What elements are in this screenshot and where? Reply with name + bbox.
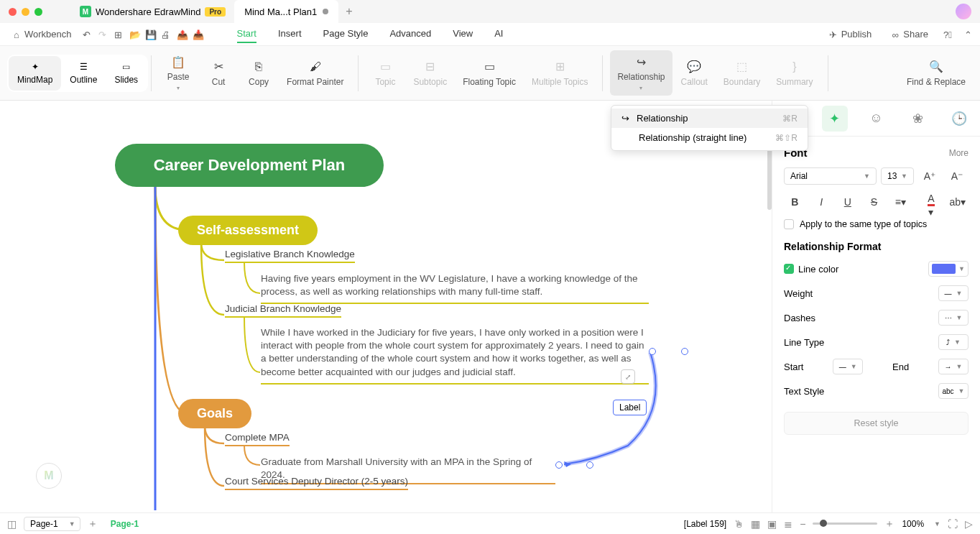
end-arrow-select[interactable]: → ▼ [938, 359, 969, 374]
tab-view[interactable]: View [453, 25, 473, 43]
grid-mode[interactable]: ▦ [751, 518, 760, 530]
fullscreen-button[interactable]: ⛶ [948, 518, 958, 530]
canvas[interactable]: Career Development Plan Self-assessment … [0, 101, 772, 512]
view-slides[interactable]: ▭Slides [106, 56, 147, 91]
workbench-button[interactable]: ⌂ Workbench [7, 27, 76, 41]
app-tab[interactable]: M Wondershare EdrawMind Pro [71, 0, 234, 23]
underline-button[interactable]: U [836, 192, 859, 212]
leaf-legislative[interactable]: Legislative Branch Knowledge [225, 249, 355, 263]
find-replace-button[interactable]: 🔍Find & Replace [900, 55, 973, 91]
zoom-slider[interactable] [813, 523, 877, 525]
leaf-mpa[interactable]: Complete MPA [225, 432, 290, 446]
relationship-label[interactable]: Label [613, 400, 647, 415]
callout-button[interactable]: 💬Callout [674, 50, 715, 96]
topic-button[interactable]: ▭Topic [366, 55, 405, 91]
dropdown-relationship-straight[interactable]: Relationship (straight line) ⌘⇧R [611, 128, 808, 147]
zoom-in[interactable]: ＋ [884, 517, 895, 530]
font-color-button[interactable]: A▾ [920, 192, 943, 212]
sidebar-toggle[interactable]: ◫ [7, 518, 17, 530]
zoom-out[interactable]: − [800, 518, 805, 530]
line-color-checkbox[interactable] [784, 264, 794, 274]
strike-button[interactable]: S [863, 192, 885, 212]
print-button[interactable]: 🖨 [161, 29, 171, 40]
layers-mode[interactable]: ≣ [784, 518, 792, 530]
topic-self-assessment[interactable]: Self-assessment [178, 216, 318, 245]
relationship-button[interactable]: ↪Relationship▾ [610, 50, 672, 96]
relationship-handle-start[interactable] [649, 348, 656, 355]
avatar[interactable] [956, 4, 971, 19]
fit-mode[interactable]: ▣ [767, 518, 777, 530]
font-increase[interactable]: A⁺ [918, 166, 941, 186]
weight-select[interactable]: — ▼ [938, 285, 969, 301]
line-type-select[interactable]: ⤴ ▼ [938, 334, 969, 350]
copy-button[interactable]: ⎘Copy [239, 50, 278, 96]
side-tab-history[interactable]: 🕒 [946, 106, 972, 132]
subtopic-button[interactable]: ⊟Subtopic [406, 55, 454, 91]
floating-topic-button[interactable]: ▭Floating Topic [456, 55, 523, 91]
page-select[interactable]: Page-1▼ [24, 517, 80, 531]
add-page-button[interactable]: ＋ [88, 517, 98, 530]
workspace[interactable]: Career Development Plan Self-assessment … [0, 101, 772, 512]
present-button[interactable]: ▷ [965, 518, 973, 530]
note-legislative[interactable]: Having five years employment in the WV L… [261, 272, 649, 304]
font-more[interactable]: More [949, 148, 969, 158]
view-mindmap[interactable]: ✦MindMap [9, 56, 61, 91]
tab-ai[interactable]: AI [494, 25, 503, 43]
boundary-button[interactable]: ⬚Boundary [716, 50, 767, 96]
font-family-select[interactable]: Arial▼ [784, 167, 877, 185]
minimize-window[interactable] [22, 8, 29, 16]
dashes-select[interactable]: ⋯ ▼ [938, 310, 969, 326]
text-case-button[interactable]: ab▾ [946, 192, 969, 212]
font-decrease[interactable]: A⁻ [946, 166, 969, 186]
side-tab-clipart[interactable]: ❀ [905, 106, 930, 132]
export-button[interactable]: 📤 [177, 29, 187, 40]
collapse-toggle[interactable]: ⤢ [621, 369, 635, 384]
help-button[interactable]: ?⃝ [943, 29, 953, 40]
zoom-value[interactable]: 100% [902, 519, 924, 529]
line-color-swatch[interactable]: ▼ [928, 261, 969, 277]
undo-button[interactable]: ↶ [82, 29, 92, 40]
italic-button[interactable]: I [810, 192, 833, 212]
font-size-select[interactable]: 13▼ [881, 167, 914, 185]
close-window[interactable] [9, 8, 17, 16]
publish-button[interactable]: ✈Publish [824, 27, 877, 41]
import-button[interactable]: 📥 [193, 29, 203, 40]
redo-button[interactable]: ↷ [98, 29, 108, 40]
start-arrow-select[interactable]: — ▼ [833, 359, 863, 374]
relationship-handle-end[interactable] [555, 461, 563, 469]
relationship-control-2[interactable] [586, 461, 593, 469]
note-judicial[interactable]: While I have worked in the Judiciary for… [261, 326, 649, 385]
relationship-control-1[interactable] [681, 348, 688, 355]
file-tab[interactable]: Mind Ma...t Plan1 [234, 0, 338, 23]
paste-button[interactable]: 📋Paste▾ [159, 50, 198, 96]
cut-button[interactable]: ✂Cut [199, 50, 238, 96]
page-tab[interactable]: Page-1 [105, 519, 144, 529]
share-button[interactable]: ∞Share [886, 27, 933, 41]
multiple-topics-button[interactable]: ⊞Multiple Topics [524, 55, 595, 91]
tab-start[interactable]: Start [237, 25, 256, 43]
add-tab-button[interactable]: + [338, 5, 359, 18]
summary-button[interactable]: }Summary [769, 50, 820, 96]
maximize-window[interactable] [34, 8, 42, 16]
bold-button[interactable]: B [784, 192, 806, 212]
collapse-ribbon-button[interactable]: ⌃ [963, 29, 973, 40]
open-button[interactable]: 📂 [129, 29, 139, 40]
main-topic[interactable]: Career Development Plan [115, 144, 384, 187]
text-style-select[interactable]: abc ▼ [938, 383, 969, 399]
tab-insert[interactable]: Insert [278, 25, 302, 43]
format-painter-button[interactable]: 🖌Format Painter [279, 50, 351, 96]
mouse-mode[interactable]: 🖱 [734, 518, 744, 530]
slider-handle[interactable] [820, 520, 827, 527]
tab-advanced[interactable]: Advanced [389, 25, 431, 43]
side-tab-icons[interactable]: ☺ [863, 106, 889, 132]
dropdown-relationship[interactable]: ↪ Relationship ⌘R [611, 109, 808, 128]
view-outline[interactable]: ☰Outline [61, 56, 106, 91]
leaf-deputy[interactable]: Court Services Deputy Director (2-5 year… [225, 476, 408, 490]
topic-goals[interactable]: Goals [178, 399, 251, 428]
side-tab-format[interactable]: ✦ [822, 106, 848, 132]
reset-style-button[interactable]: Reset style [784, 412, 969, 435]
ai-badge[interactable]: M [36, 463, 62, 489]
align-button[interactable]: ≡▾ [889, 192, 912, 212]
tab-page-style[interactable]: Page Style [323, 25, 369, 43]
leaf-judicial[interactable]: Judicial Branch Knowledge [225, 303, 341, 318]
